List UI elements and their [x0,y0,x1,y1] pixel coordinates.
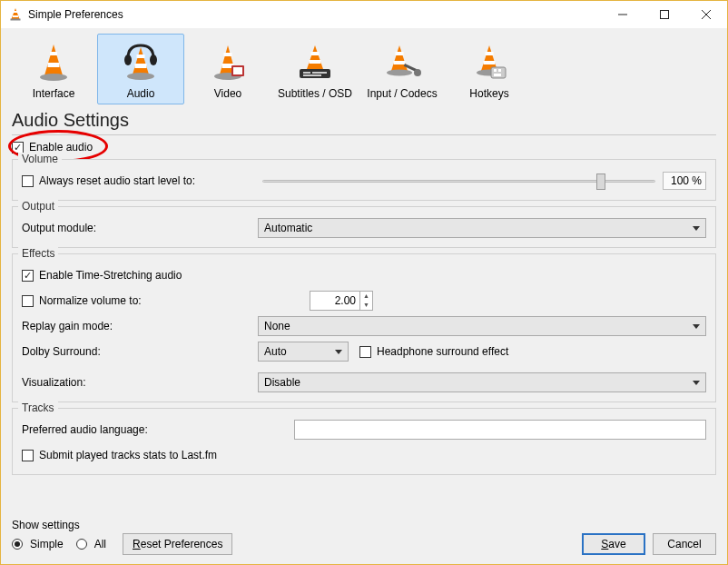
timestretch-label: Enable Time-Stretching audio [39,269,182,282]
volume-legend: Volume [18,153,62,165]
output-legend: Output [18,200,58,213]
chevron-down-icon[interactable]: ▼ [360,301,372,310]
normalize-checkbox[interactable] [22,295,34,307]
dolby-surround-select[interactable]: Auto [258,342,349,362]
dolby-surround-label: Dolby Surround: [22,345,258,358]
svg-rect-26 [310,60,321,64]
tab-audio[interactable]: Audio [97,34,184,104]
headphone-surround-label: Headphone surround effect [377,345,508,358]
reset-start-level-checkbox[interactable] [22,175,34,187]
svg-rect-14 [135,64,147,68]
svg-rect-10 [48,63,60,67]
svg-point-17 [150,55,157,65]
chevron-down-icon [335,350,342,354]
start-level-slider[interactable] [262,172,655,190]
svg-rect-38 [486,52,494,55]
svg-rect-39 [484,61,496,64]
cone-icon [36,40,71,85]
svg-point-36 [414,69,421,76]
svg-point-16 [124,55,132,65]
tab-input-codecs[interactable]: Input / Codecs [359,34,446,104]
chevron-down-icon [693,226,700,231]
chevron-up-icon[interactable]: ▲ [360,292,372,301]
page-title: Audio Settings [1,104,727,134]
select-value: Auto [264,345,287,358]
headphones-cone-icon [121,40,161,85]
tab-label: Interface [33,87,75,100]
save-button[interactable]: Save [582,533,645,555]
maximize-button[interactable] [644,1,685,28]
svg-point-34 [387,70,412,76]
volume-group: Volume Always reset audio start level to… [12,159,716,201]
enable-audio-label: Enable audio [29,141,93,154]
preferred-language-label: Preferred audio language: [22,423,294,436]
svg-rect-29 [312,72,327,74]
headphone-surround-checkbox[interactable] [359,346,371,358]
reset-preferences-button[interactable]: Reset Preferences [123,533,232,555]
minimize-button[interactable] [602,1,644,28]
normalize-label: Normalize volume to: [39,294,262,307]
enable-audio-checkbox[interactable] [12,142,24,154]
svg-rect-2 [13,15,18,17]
svg-marker-8 [44,45,63,75]
svg-rect-19 [224,53,232,56]
visualization-label: Visualization: [22,376,258,389]
footer: Show settings Simple All Reset Preferenc… [1,513,727,564]
settings-content: Enable audio Volume Always reset audio s… [1,141,727,475]
svg-marker-12 [133,47,149,74]
svg-point-11 [40,74,67,81]
chevron-down-icon [693,324,700,329]
cancel-button[interactable]: Cancel [653,533,716,555]
svg-point-15 [127,73,154,80]
svg-rect-28 [303,72,310,74]
window-title: Simple Preferences [28,8,602,21]
svg-rect-30 [303,74,321,76]
preferred-language-input[interactable] [294,420,706,440]
tab-interface[interactable]: Interface [10,34,97,104]
tab-subtitles[interactable]: Subtitles / OSD [271,34,359,104]
subtitles-cone-icon [294,40,336,85]
effects-legend: Effects [18,247,58,260]
simple-label: Simple [30,538,64,550]
output-module-label: Output module: [22,222,258,234]
tab-label: Audio [127,87,155,100]
replay-gain-label: Replay gain mode: [22,320,258,332]
svg-rect-43 [498,69,501,72]
lastfm-checkbox[interactable] [22,450,34,461]
output-module-select[interactable]: Automatic [258,218,706,238]
select-value: Disable [264,376,300,389]
tab-video[interactable]: Video [184,34,271,104]
svg-rect-13 [137,55,145,58]
tracks-legend: Tracks [18,401,58,414]
timestretch-checkbox[interactable] [22,270,34,282]
reset-start-level-label: Always reset audio start level to: [39,174,262,187]
normalize-value-spinner[interactable]: 2.00 ▲▼ [310,291,373,311]
codecs-cone-icon [381,40,423,85]
divider [12,134,716,135]
show-settings-all-radio[interactable] [76,539,87,550]
visualization-select[interactable]: Disable [258,372,706,392]
svg-marker-0 [12,8,20,19]
tab-label: Subtitles / OSD [278,87,352,100]
window: Simple Preferences Interface Audio Video… [0,0,728,565]
svg-rect-41 [491,67,506,78]
show-settings-simple-radio[interactable] [12,539,23,550]
svg-rect-25 [311,52,320,55]
show-settings-label: Show settings [12,519,232,531]
all-label: All [94,538,106,550]
tracks-group: Tracks Preferred audio language: Submit … [12,408,716,475]
replay-gain-select[interactable]: None [258,316,706,336]
svg-rect-9 [50,52,57,55]
tab-label: Input / Codecs [367,87,437,100]
close-button[interactable] [685,1,727,28]
chevron-down-icon [693,381,700,385]
cancel-label: Cancel [667,538,701,550]
svg-rect-44 [494,74,501,76]
tab-hotkeys[interactable]: Hotkeys [446,34,533,104]
svg-rect-3 [11,19,21,21]
lastfm-label: Submit played tracks stats to Last.fm [39,449,217,461]
spinner-value: 2.00 [310,294,359,307]
output-group: Output Output module: Automatic [12,206,716,248]
svg-rect-5 [661,11,669,19]
svg-rect-33 [394,61,406,64]
